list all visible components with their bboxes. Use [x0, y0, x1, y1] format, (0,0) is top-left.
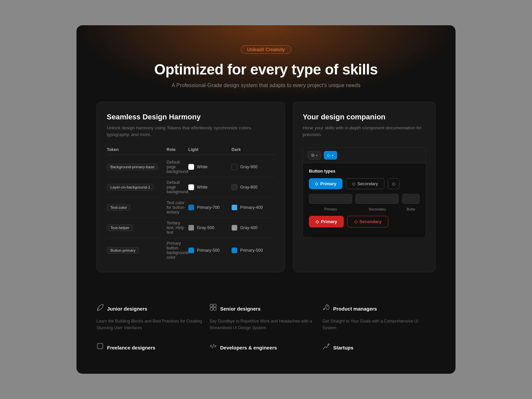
primary-button-blue[interactable]: ◇ Primary: [309, 178, 342, 189]
svg-rect-6: [97, 343, 103, 349]
square-icon: [96, 342, 104, 351]
light-swatch: [188, 247, 194, 253]
diamond-icon: ◇: [392, 181, 395, 186]
token-name: Text-color: [107, 204, 131, 211]
diamond-icon: ◇: [352, 181, 355, 186]
button-row-danger: ◇ Primary ◇ Secondary: [309, 216, 420, 227]
audience-title-pm: Product managers: [333, 306, 377, 312]
audience-desc-pm: Get Straight to Your Goals with a Compre…: [323, 318, 429, 331]
token-role: Text color for button-tertiary: [167, 200, 188, 214]
token-light: Primary-500: [188, 247, 231, 253]
light-swatch: [188, 225, 194, 231]
audience-item-freelance: Freelance designers: [96, 334, 209, 360]
token-dark: Primary-500: [231, 247, 275, 253]
table-row: Button-primary Primary button background…: [107, 238, 275, 263]
card-right-desc: Hone your skills with in-depth component…: [303, 125, 426, 138]
hero-badge[interactable]: Unleash Creativity: [241, 45, 291, 54]
table-row: Layer-on-background-1 Default page backg…: [107, 177, 275, 198]
chevron-icon: ▾: [316, 154, 318, 157]
label-primary: Primary: [309, 207, 352, 211]
hero-title: Optimized for every type of skills: [76, 61, 456, 78]
token-table: Token Role Light Dark Background-primary…: [107, 147, 275, 263]
toolbar-cursor-icon[interactable]: ▷ ▾: [324, 151, 337, 160]
dark-swatch: [231, 204, 237, 210]
danger-primary-button[interactable]: ◇ Primary: [309, 216, 343, 227]
preview-body: Button types ◇ Primary ◇ Secondary: [303, 163, 426, 237]
grid-icon: [209, 304, 217, 313]
grid-icon: ⊞: [311, 153, 315, 158]
svg-rect-1: [210, 304, 213, 307]
dark-swatch: [231, 164, 237, 170]
label-row: Primary Secondary Butte: [309, 207, 420, 211]
token-role: Default page background: [167, 180, 188, 194]
audience-title-startups: Startups: [333, 345, 353, 350]
svg-rect-2: [213, 304, 216, 307]
chart-icon: [323, 342, 330, 351]
audience-item-startups: Startups: [323, 334, 436, 360]
diamond-icon: ◇: [316, 219, 319, 224]
card-design-companion: Your design companion Hone your skills w…: [293, 102, 436, 273]
svg-rect-3: [210, 308, 213, 310]
table-row: Text-helper Tertiary text, Help text Gra…: [107, 218, 275, 238]
table-row: Text-color Text color for button-tertiar…: [107, 198, 275, 218]
token-dark: Primary-400: [231, 204, 275, 210]
token-name: Text-helper: [107, 224, 133, 231]
token-table-header: Token Role Light Dark: [107, 147, 275, 155]
table-row: Background-primary-base Default page bac…: [107, 157, 275, 177]
svg-rect-4: [213, 308, 216, 310]
audience-title-junior: Junior designers: [107, 306, 147, 312]
dark-swatch: [231, 225, 237, 231]
audience-title-freelance: Freelance designers: [107, 345, 155, 350]
audience-item-senior: Senior designers Say Goodbye to Repetiti…: [209, 296, 323, 334]
light-swatch: [188, 204, 194, 210]
cursor-icon: ▷: [328, 153, 331, 158]
label-butte: Butte: [402, 207, 420, 211]
token-light: White: [188, 184, 231, 190]
col-dark: Dark: [231, 147, 275, 152]
input-row: [309, 194, 420, 204]
audience-item-junior: Junior designers Learn the Building Bloc…: [96, 296, 209, 334]
toolbar-grid-icon[interactable]: ⊞ ▾: [308, 151, 321, 160]
token-role: Default page background: [167, 160, 188, 174]
col-token: Token: [107, 147, 167, 152]
light-swatch: [188, 184, 194, 190]
svg-point-5: [327, 306, 328, 307]
companion-preview: ⊞ ▾ ▷ ▾ Button types ◇ Pr: [303, 147, 426, 238]
preview-toolbar: ⊞ ▾ ▷ ▾: [303, 148, 426, 163]
token-light: White: [188, 164, 231, 170]
secondary-button-outline[interactable]: ◇ Secondary: [346, 178, 384, 189]
audience-item-dev: Developers & engineers: [209, 334, 323, 360]
preview-input-1: [309, 194, 352, 204]
preview-input-3: [402, 194, 420, 204]
hero-section: Unleash Creativity Optimized for every t…: [76, 25, 456, 102]
button-row-blue: ◇ Primary ◇ Secondary ◇: [309, 178, 420, 189]
danger-secondary-button[interactable]: ◇ Secondary: [347, 216, 388, 227]
icon-only-button[interactable]: ◇: [388, 178, 400, 189]
token-light: Gray-500: [188, 225, 231, 231]
diamond-icon: ◇: [354, 219, 357, 224]
col-role: Role: [167, 147, 188, 152]
token-name: Button-primary: [107, 247, 139, 254]
svg-line-7: [212, 344, 214, 348]
chevron-icon: ▾: [332, 154, 333, 157]
audience-title-dev: Developers & engineers: [220, 345, 277, 350]
token-role: Tertiary text, Help text: [167, 221, 188, 235]
leaf-icon: [96, 304, 104, 313]
card-design-harmony: Seamless Design Harmony Unlock design ha…: [96, 102, 285, 273]
audience-title-senior: Senior designers: [220, 306, 261, 312]
token-light: Primary-700: [188, 204, 231, 210]
token-role: Primary button background color: [167, 241, 188, 260]
audience-item-pm: Product managers Get Straight to Your Go…: [323, 296, 436, 334]
audience-desc-junior: Learn the Building Blocks and Best Pract…: [96, 318, 203, 331]
token-name: Background-primary-base: [107, 164, 158, 170]
audience-grid: Junior designers Learn the Building Bloc…: [96, 296, 436, 360]
col-light: Light: [188, 147, 231, 152]
button-types-label: Button types: [309, 169, 420, 174]
main-container: Unleash Creativity Optimized for every t…: [76, 25, 456, 374]
card-left-desc: Unlock design harmony using Tokens that …: [107, 125, 275, 138]
audience-desc-senior: Say Goodbye to Repetitive Work and Heada…: [209, 318, 316, 331]
card-left-title: Seamless Design Harmony: [107, 113, 275, 121]
dark-swatch: [231, 247, 237, 253]
light-swatch: [188, 164, 194, 170]
card-right-title: Your design companion: [303, 113, 426, 121]
